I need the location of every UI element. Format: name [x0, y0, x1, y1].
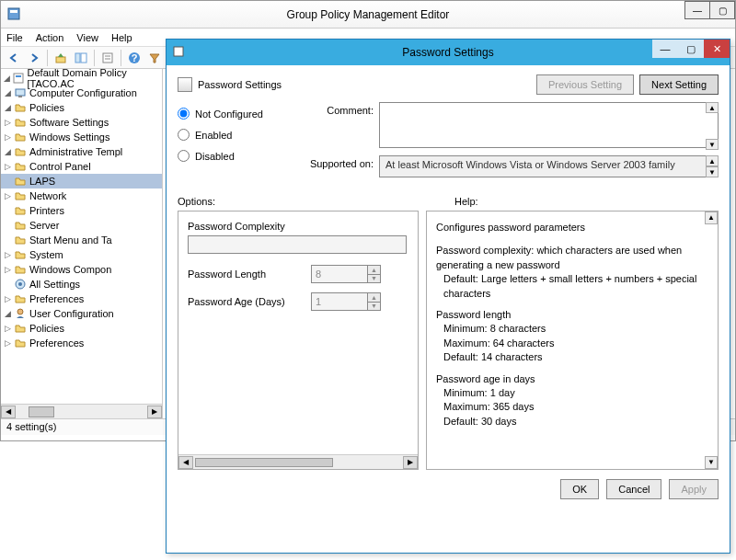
folder-icon	[14, 263, 27, 276]
up-icon[interactable]	[52, 49, 70, 67]
help-text: Password age in days	[436, 372, 701, 386]
folder-icon	[14, 204, 27, 217]
tree-item[interactable]: Administrative Templ	[29, 146, 122, 157]
tree-item[interactable]: Server	[29, 220, 59, 231]
dialog-close-button[interactable]: ✕	[704, 40, 730, 58]
show-hide-icon[interactable]	[72, 49, 90, 67]
spin-down-icon[interactable]: ▼	[367, 303, 380, 311]
expand-icon[interactable]: ▷	[3, 191, 13, 201]
expand-icon[interactable]: ▷	[3, 118, 13, 128]
properties-icon[interactable]	[98, 49, 117, 67]
help-panel: Configures password parameters Password …	[426, 211, 719, 470]
tree-item[interactable]: Preferences	[29, 293, 84, 304]
spin-up-icon[interactable]: ▲	[367, 293, 380, 303]
supported-label: Supported on:	[291, 155, 374, 169]
scroll-down-icon[interactable]: ▼	[706, 166, 719, 177]
maximize-button[interactable]: ▢	[709, 1, 735, 19]
policy-tree[interactable]: ◢Default Domain Policy [TACO.AC ◢Compute…	[1, 69, 162, 352]
comment-textarea[interactable]	[379, 102, 719, 148]
dialog-titlebar[interactable]: Password Settings — ▢ ✕	[167, 40, 730, 65]
tree-pane[interactable]: ◢Default Domain Policy [TACO.AC ◢Compute…	[1, 69, 163, 418]
expand-icon[interactable]: ▷	[3, 265, 13, 275]
complexity-dropdown[interactable]	[188, 235, 407, 254]
app-icon	[6, 6, 21, 21]
tree-item[interactable]: Windows Settings	[29, 131, 109, 143]
folder-icon	[14, 175, 27, 188]
tree-item[interactable]: Control Panel	[29, 161, 91, 172]
apply-button[interactable]: Apply	[669, 479, 719, 499]
tree-item[interactable]: System	[29, 249, 63, 260]
expand-icon[interactable]: ▷	[3, 338, 13, 349]
back-icon[interactable]	[5, 49, 23, 67]
scroll-thumb[interactable]	[29, 406, 54, 417]
scroll-right-icon[interactable]: ▶	[403, 456, 418, 469]
minimize-button[interactable]: —	[684, 1, 710, 19]
window-controls: — ▢	[685, 1, 735, 19]
menu-action[interactable]: Action	[36, 32, 64, 43]
scroll-down-icon[interactable]: ▼	[705, 456, 718, 469]
scroll-thumb[interactable]	[195, 458, 333, 467]
comment-scrollbar[interactable]: ▲▼	[706, 102, 719, 150]
help-v-scrollbar[interactable]: ▲▼	[705, 211, 718, 469]
cancel-button[interactable]: Cancel	[606, 479, 661, 499]
length-spinner[interactable]: 8▲▼	[311, 265, 381, 283]
editor-titlebar[interactable]: Group Policy Management Editor — ▢	[1, 1, 735, 29]
tree-item[interactable]: Preferences	[29, 337, 84, 349]
spin-up-icon[interactable]: ▲	[367, 266, 380, 275]
filter-icon[interactable]	[145, 49, 164, 67]
tree-item[interactable]: Policies	[29, 323, 64, 334]
opt-age-label: Password Age (Days)	[188, 296, 305, 307]
radio-enabled[interactable]: Enabled	[178, 129, 263, 141]
expand-icon[interactable]: ▷	[3, 162, 13, 172]
forward-icon[interactable]	[25, 49, 43, 67]
tree-user-config[interactable]: User Configuration	[29, 308, 114, 319]
tree-root[interactable]: Default Domain Policy [TACO.AC	[28, 69, 162, 89]
tree-item[interactable]: Printers	[29, 205, 64, 216]
age-spinner[interactable]: 1▲▼	[311, 292, 381, 311]
collapse-icon[interactable]: ◢	[3, 103, 13, 113]
editor-title: Group Policy Management Editor	[287, 8, 450, 21]
expand-icon[interactable]: ▷	[3, 132, 13, 143]
menu-view[interactable]: View	[76, 32, 98, 43]
options-h-scrollbar[interactable]: ◀ ▶	[178, 454, 418, 469]
scroll-up-icon[interactable]: ▲	[706, 155, 719, 166]
tree-item[interactable]: All Settings	[29, 279, 80, 290]
next-setting-button[interactable]: Next Setting	[639, 74, 719, 95]
tree-computer-config[interactable]: Computer Configuration	[29, 87, 137, 98]
scroll-up-icon[interactable]: ▲	[706, 102, 719, 113]
radio-disabled[interactable]: Disabled	[178, 150, 263, 162]
collapse-icon[interactable]: ◢	[3, 309, 13, 319]
menu-file[interactable]: File	[6, 32, 23, 43]
help-icon[interactable]: ?	[125, 49, 144, 67]
svg-rect-2	[56, 57, 65, 63]
collapse-icon[interactable]: ◢	[3, 147, 13, 157]
supported-scrollbar[interactable]: ▲▼	[706, 155, 719, 177]
tree-h-scrollbar[interactable]: ◀ ▶	[1, 404, 162, 418]
help-text: Default: 14 characters	[436, 350, 701, 364]
tree-item[interactable]: Windows Compon	[29, 264, 111, 275]
scroll-left-icon[interactable]: ◀	[178, 456, 193, 469]
tree-item[interactable]: Network	[29, 190, 66, 201]
dialog-maximize-button[interactable]: ▢	[678, 40, 704, 58]
expand-icon[interactable]: ▷	[3, 250, 13, 260]
collapse-icon[interactable]: ◢	[3, 88, 13, 98]
previous-setting-button[interactable]: Previous Setting	[536, 74, 634, 95]
tree-item-laps[interactable]: LAPS	[29, 176, 55, 187]
expand-icon[interactable]: ▷	[3, 294, 13, 304]
dialog-minimize-button[interactable]: —	[652, 40, 678, 58]
tree-item[interactable]: Software Settings	[29, 117, 109, 128]
collapse-icon[interactable]: ◢	[3, 74, 12, 84]
ok-button[interactable]: OK	[560, 479, 599, 499]
expand-icon[interactable]: ▷	[3, 324, 13, 334]
scroll-up-icon[interactable]: ▲	[705, 211, 718, 224]
tree-item[interactable]: Start Menu and Ta	[29, 234, 112, 246]
radio-not-configured[interactable]: Not Configured	[178, 108, 263, 120]
scroll-down-icon[interactable]: ▼	[706, 139, 719, 150]
scroll-right-icon[interactable]: ▶	[147, 406, 162, 418]
scroll-left-icon[interactable]: ◀	[1, 406, 16, 418]
menu-help[interactable]: Help	[111, 32, 132, 43]
spin-down-icon[interactable]: ▼	[367, 275, 380, 283]
tree-policies[interactable]: Policies	[29, 102, 64, 113]
svg-text:?: ?	[132, 52, 138, 63]
dialog-footer: OK Cancel Apply	[167, 470, 730, 510]
